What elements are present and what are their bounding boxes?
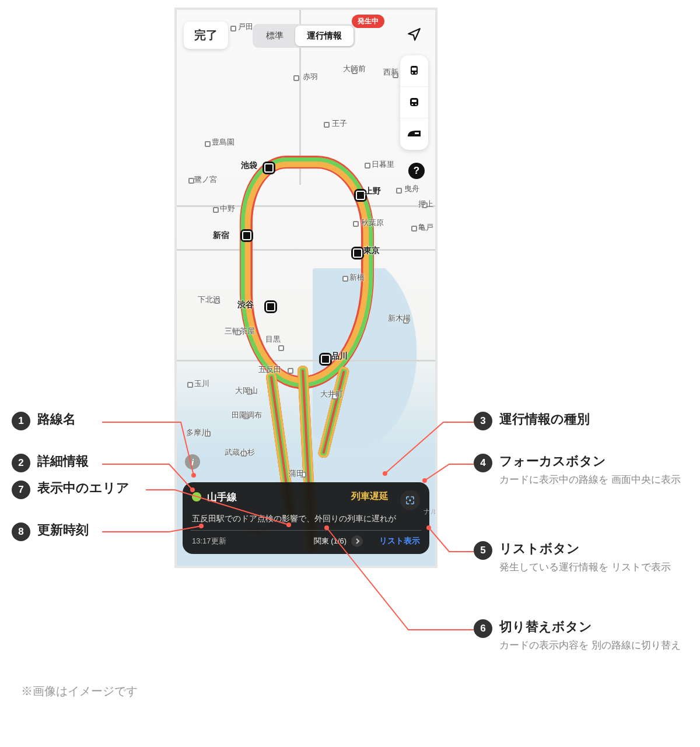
layer-shinkansen-button[interactable] bbox=[400, 118, 428, 150]
area-switch-button[interactable]: 関東 (1/6) bbox=[314, 535, 363, 547]
annot-title: 詳細情報 bbox=[37, 454, 89, 469]
water-area bbox=[313, 268, 435, 478]
updated-time: 13:17更新 bbox=[192, 536, 226, 546]
annot-title: リストボタン bbox=[499, 541, 671, 556]
list-view-button[interactable]: リスト表示 bbox=[379, 536, 420, 546]
road bbox=[177, 360, 438, 362]
detail-text: 五反田駅でのドア点検の影響で、外回りの列車に遅れが bbox=[192, 514, 420, 524]
annot-5: 5 リストボタン 発生している運行情報を リストで表示 bbox=[474, 541, 671, 576]
layer-buttons bbox=[400, 55, 428, 150]
svg-point-6 bbox=[412, 103, 414, 105]
road bbox=[177, 249, 438, 251]
svg-rect-8 bbox=[415, 132, 419, 134]
annot-1: 1 路線名 bbox=[12, 412, 76, 430]
svg-point-2 bbox=[415, 72, 417, 73]
done-button[interactable]: 完了 bbox=[184, 22, 228, 49]
annot-num: 3 bbox=[474, 412, 492, 430]
annot-num: 8 bbox=[12, 522, 30, 541]
annot-title: 切り替えボタン bbox=[499, 619, 681, 634]
svg-point-9 bbox=[409, 499, 411, 501]
footnote: ※画像はイメージです bbox=[21, 683, 138, 699]
info-button[interactable] bbox=[185, 454, 200, 469]
annot-title: 運行情報の種別 bbox=[499, 412, 590, 427]
line-name: 山手線 bbox=[207, 490, 237, 504]
divider bbox=[191, 530, 421, 531]
focus-button[interactable] bbox=[400, 490, 420, 510]
help-button[interactable]: ? bbox=[408, 163, 425, 179]
train-icon bbox=[407, 64, 421, 78]
shinkansen-icon bbox=[407, 128, 422, 140]
chevron-right-icon bbox=[351, 535, 363, 547]
crosshair-icon bbox=[405, 495, 415, 506]
annot-title: 路線名 bbox=[37, 412, 76, 427]
navigation-icon bbox=[407, 27, 422, 42]
svg-rect-3 bbox=[412, 68, 416, 71]
annot-6: 6 切り替えボタン カードの表示内容を 別の路線に切り替え bbox=[474, 619, 681, 654]
annot-title: 表示中のエリア bbox=[37, 481, 130, 496]
annot-num: 5 bbox=[474, 541, 492, 560]
annot-num: 6 bbox=[474, 619, 492, 638]
annot-desc: カードの表示内容を 別の路線に切り替え bbox=[499, 638, 681, 653]
traffic-info-card: 山手線 列車遅延 五反田駅でのドア点検の影響で、外回りの列車に遅れが ナル 13… bbox=[183, 482, 429, 554]
annot-3: 3 運行情報の種別 bbox=[474, 412, 590, 430]
layer-train-button[interactable] bbox=[400, 55, 428, 87]
annot-4: 4 フォーカスボタン カードに表示中の路線を 画面中央に表示 bbox=[474, 454, 681, 488]
annot-num: 4 bbox=[474, 454, 492, 472]
segment-traffic-info[interactable]: 運行情報 bbox=[295, 26, 354, 46]
metro-icon bbox=[407, 96, 421, 110]
annot-7: 7 表示中のエリア bbox=[12, 481, 130, 499]
annot-title: フォーカスボタン bbox=[499, 454, 681, 469]
road bbox=[177, 205, 438, 207]
phone-screenshot: 池袋上野新宿東京渋谷品川戸田赤羽大師前西新王子豊島園鷺ノ宮日暮里曳舟押上中野秋葉… bbox=[174, 8, 438, 568]
alert-badge: 発生中 bbox=[352, 15, 384, 28]
current-location-button[interactable] bbox=[402, 23, 426, 46]
svg-point-1 bbox=[412, 72, 414, 73]
annot-desc: 発生している運行情報を リストで表示 bbox=[499, 560, 671, 575]
annot-num: 2 bbox=[12, 454, 30, 472]
line-color-dot bbox=[192, 492, 201, 501]
segment-standard[interactable]: 標準 bbox=[254, 26, 295, 46]
annot-num: 7 bbox=[12, 481, 30, 499]
svg-rect-5 bbox=[412, 100, 416, 102]
layer-metro-button[interactable] bbox=[400, 87, 428, 118]
overflow-hint: ナル bbox=[424, 507, 438, 517]
map-mode-segmented: 標準 運行情報 bbox=[253, 24, 355, 48]
annot-title: 更新時刻 bbox=[37, 522, 89, 538]
area-label: 関東 (1/6) bbox=[314, 536, 346, 546]
annot-num: 1 bbox=[12, 412, 30, 430]
annot-desc: カードに表示中の路線を 画面中央に表示 bbox=[499, 472, 681, 488]
annot-8: 8 更新時刻 bbox=[12, 522, 89, 541]
annot-2: 2 詳細情報 bbox=[12, 454, 89, 472]
svg-point-7 bbox=[415, 103, 417, 105]
status-tag: 列車遅延 bbox=[351, 490, 388, 503]
